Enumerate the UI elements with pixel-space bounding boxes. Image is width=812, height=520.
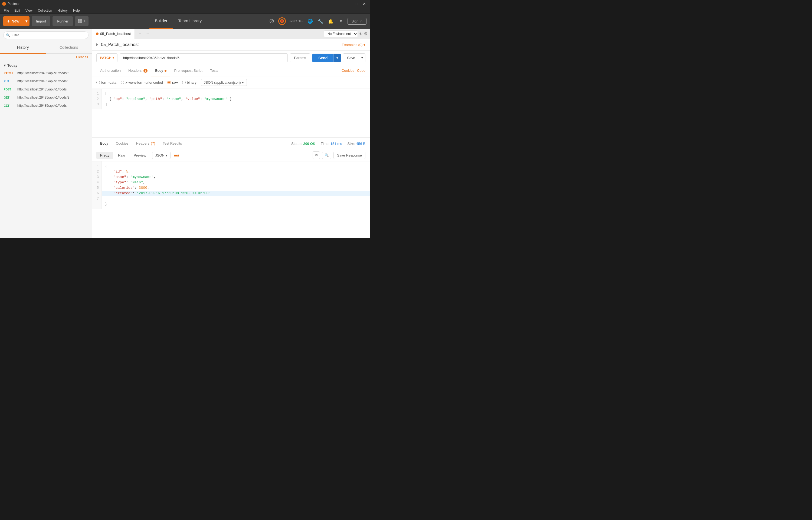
subtab-tests[interactable]: Tests [206,65,222,76]
radio-form-data[interactable]: form-data [96,80,116,84]
subtab-headers[interactable]: Headers 1 [124,65,151,76]
toolbar: + New ▾ Import Runner + Builder Team Lib… [0,14,370,29]
sync-label: SYNC OFF [288,20,304,23]
toolbar-right: SYNC OFF 🌐 🔧 🔔 ♥ Sign In [268,17,366,25]
request-body-editor[interactable]: 1 2 3 [ { "op": "replace", "path": "/nam… [92,89,370,137]
send-button[interactable]: Send [312,54,333,62]
globe-icon[interactable]: 🌐 [306,17,314,25]
examples-link[interactable]: Examples (0) ▾ [342,43,365,47]
satellite-icon[interactable] [268,17,276,25]
request-panel: 05_Patch_localhost + ··· No Environment … [92,29,370,238]
response-body-content: 1 2 3 4 5 6 7 { "id": 5, "name": "mynewn… [92,161,370,238]
send-dropdown-button[interactable]: ▾ [333,54,341,62]
time-label: Time: 151 ms [321,141,342,146]
import-button[interactable]: Import [32,16,50,26]
history-item-4[interactable]: GET http://localhost:29435/api/v1/foods [0,102,92,110]
history-item-3[interactable]: GET http://localhost:29435/api/v1/foods/… [0,94,92,102]
format-chevron-icon: ▾ [242,80,244,84]
menu-collection[interactable]: Collection [35,7,55,13]
resp-format-chevron-icon: ▾ [166,153,168,157]
time-value: 151 ms [331,141,342,146]
cookies-link[interactable]: Cookies [342,65,354,76]
response-toolbar: Pretty Raw Preview JSON ▾ ⧉ 🔍 Save Respo… [92,149,370,161]
history-content: Clear all ▾ Today PATCH http://localhost… [0,54,92,238]
save-button[interactable]: Save [343,54,359,62]
window-controls: ─ □ ✕ [345,1,368,6]
more-tabs-button[interactable]: ··· [144,31,151,37]
code-link[interactable]: Code [357,65,365,76]
history-item-2[interactable]: POST http://localhost:29435/api/v1/foods [0,85,92,94]
code-content[interactable]: [ { "op": "replace", "path": "/name", "v… [102,89,370,109]
method-label: PATCH [100,56,112,60]
svg-rect-3 [80,21,82,23]
menu-history[interactable]: History [55,7,71,13]
radio-urlencoded[interactable]: x-www-form-urlencoded [121,80,163,84]
new-button[interactable]: + New ▾ [3,16,29,26]
subtab-pre-request[interactable]: Pre-request Script [170,65,206,76]
copy-response-button[interactable]: ⧉ [313,151,320,159]
heart-icon[interactable]: ♥ [337,17,345,25]
status-label: Status: 200 OK [291,141,315,146]
save-response-button[interactable]: Save Response [333,152,365,159]
sidebar-tabs: History Collections [0,42,92,54]
section-today: ▾ Today [0,61,92,69]
menu-view[interactable]: View [23,7,35,13]
request-tab-active[interactable]: 05_Patch_localhost [92,29,135,39]
url-bar: PATCH ▾ Params Send ▾ Save ▾ [92,51,370,65]
menu-file[interactable]: File [1,7,12,13]
minimize-button[interactable]: ─ [345,1,351,6]
tab-history[interactable]: History [0,42,46,54]
search-response-button[interactable]: 🔍 [322,152,331,159]
subtab-right: Cookies Code [342,65,365,76]
resp-format-icon[interactable] [174,153,179,157]
resp-format-label: JSON [155,153,165,157]
environment-eye-button[interactable]: 👁 [359,32,363,36]
format-select[interactable]: JSON (application/json) ▾ [201,79,247,86]
filter-input[interactable] [3,31,88,39]
wrench-icon[interactable]: 🔧 [317,17,324,25]
resp-tab-headers[interactable]: Headers (7) [132,138,159,149]
team-library-tab[interactable]: Team Library [173,14,207,29]
method-select[interactable]: PATCH ▾ [96,53,117,62]
resp-raw-tab[interactable]: Raw [114,152,129,159]
menu-help[interactable]: Help [71,7,83,13]
radio-raw[interactable]: raw [167,80,178,84]
resp-format-select[interactable]: JSON ▾ [152,152,170,159]
bell-icon[interactable]: 🔔 [327,17,335,25]
environment-select[interactable]: No Environment [324,30,358,37]
status-value: 200 OK [303,141,315,146]
titlebar: Postman ─ □ ✕ [0,0,370,7]
environment-settings-button[interactable]: ⚙ [364,31,368,36]
params-button[interactable]: Params [290,53,310,62]
add-tab-button[interactable]: + [137,31,143,37]
svg-rect-2 [78,21,80,23]
resp-pretty-tab[interactable]: Pretty [96,152,113,159]
save-dropdown-button[interactable]: ▾ [359,54,365,62]
subtab-body[interactable]: Body [151,65,170,76]
close-button[interactable]: ✕ [361,1,368,6]
maximize-button[interactable]: □ [354,1,359,6]
response-status: Status: 200 OK Time: 151 ms Size: 456 B [291,141,365,146]
signin-button[interactable]: Sign In [347,18,366,25]
collapse-icon[interactable] [96,43,98,46]
svg-rect-1 [80,19,82,21]
menu-edit[interactable]: Edit [12,7,23,13]
body-options: form-data x-www-form-urlencoded raw bina… [92,76,370,89]
clear-all-button[interactable]: Clear all [0,54,92,61]
resp-tab-cookies[interactable]: Cookies [112,138,132,149]
radar-icon[interactable] [278,17,286,25]
resp-preview-tab[interactable]: Preview [130,152,150,159]
resp-tab-test-results[interactable]: Test Results [159,138,186,149]
size-value: 456 B [356,141,365,146]
builder-tab[interactable]: Builder [149,14,173,29]
tab-collections[interactable]: Collections [46,42,92,54]
radio-binary[interactable]: binary [182,80,196,84]
workspace-button[interactable]: + [75,16,89,26]
resp-tab-body[interactable]: Body [96,138,112,149]
url-input[interactable] [120,53,288,62]
subtab-authorization[interactable]: Authorization [96,65,124,76]
runner-button[interactable]: Runner [53,16,73,26]
history-item-1[interactable]: PUT http://localhost:29435/api/v1/foods/… [0,77,92,85]
request-subtabs: Authorization Headers 1 Body Pre-request… [92,65,370,76]
history-item-0[interactable]: PATCH http://localhost:29435/api/v1/food… [0,69,92,77]
